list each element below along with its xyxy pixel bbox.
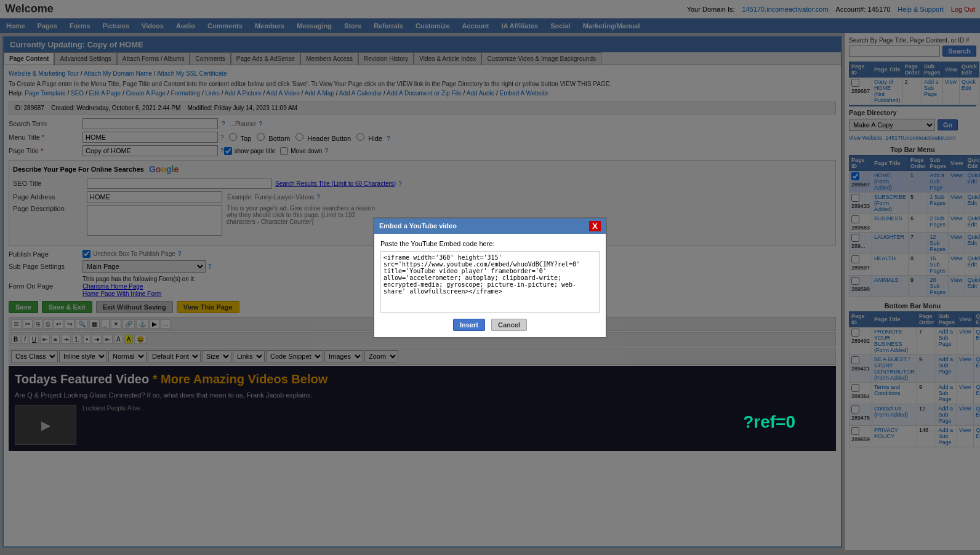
modal-body: Paste the YouTube Embed code here: <ifra…: [374, 234, 606, 337]
modal-title-bar: Embed a YouTube video X: [374, 218, 606, 234]
modal-buttons: Insert Cancel: [380, 319, 600, 331]
modal-embed-textarea[interactable]: <iframe width='360' height='315' src='ht…: [380, 251, 600, 313]
modal-close-button[interactable]: X: [589, 221, 601, 231]
modal-insert-btn[interactable]: Insert: [453, 319, 485, 331]
modal-cancel-btn[interactable]: Cancel: [491, 319, 527, 331]
modal-box: Embed a YouTube video X Paste the YouTub…: [373, 217, 607, 338]
modal-overlay[interactable]: Embed a YouTube video X Paste the YouTub…: [0, 0, 980, 550]
modal-title: Embed a YouTube video: [379, 222, 457, 230]
modal-label: Paste the YouTube Embed code here:: [380, 240, 600, 247]
ref-note: ?ref=0: [743, 412, 795, 432]
